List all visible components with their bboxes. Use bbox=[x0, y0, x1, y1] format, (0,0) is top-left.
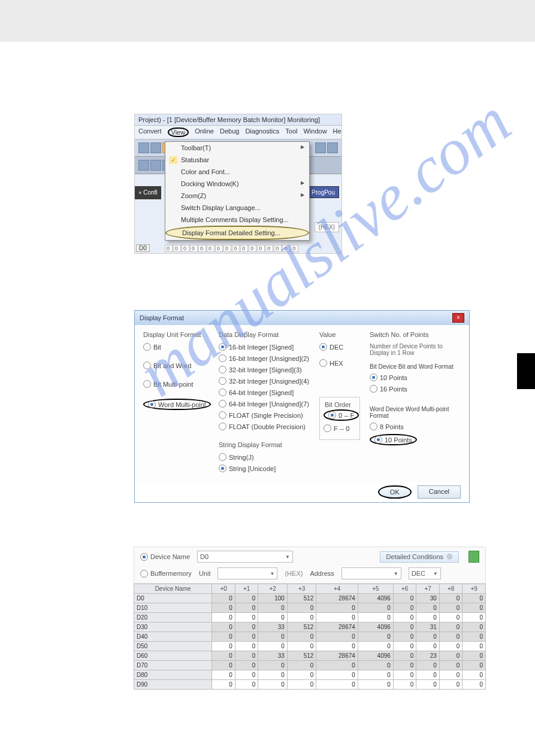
radio-option[interactable]: F -- 0 bbox=[324, 424, 356, 432]
radio-option[interactable]: 32-bit Integer [Signed](3) bbox=[219, 366, 310, 374]
device-name-dropdown[interactable]: D0▼ bbox=[197, 551, 293, 563]
radio-option[interactable]: 64-bit Integer [Signed] bbox=[219, 388, 310, 396]
toolbar-icon[interactable] bbox=[315, 142, 326, 153]
cell: 0 bbox=[358, 603, 393, 613]
radio-option[interactable]: String(J) bbox=[219, 453, 310, 461]
menu-online[interactable]: Online bbox=[195, 127, 214, 137]
table-header: +9 bbox=[463, 584, 486, 594]
cell: 512 bbox=[287, 594, 316, 603]
unit-dropdown[interactable]: ▼ bbox=[217, 567, 277, 579]
row-name: D50 bbox=[134, 642, 212, 651]
table-header: +2 bbox=[258, 584, 287, 594]
cell: 512 bbox=[287, 651, 316, 661]
cell: 0 bbox=[416, 661, 440, 670]
table-row: D700000000000 bbox=[134, 661, 486, 670]
green-indicator-icon bbox=[468, 551, 479, 563]
radio-option[interactable]: 16-bit Integer [Signed] bbox=[219, 343, 310, 351]
radio-option[interactable]: 32-bit Integer [Unsigned](4) bbox=[219, 377, 310, 385]
radio-option[interactable]: 10 Points bbox=[374, 436, 412, 444]
cell: 0 bbox=[316, 680, 358, 690]
cell: 0 bbox=[416, 680, 440, 690]
sidebar-config-tab[interactable]: × Confi bbox=[135, 186, 161, 199]
radio-buffer-memory[interactable]: Buffermemory bbox=[140, 570, 192, 578]
cell: 0 bbox=[235, 623, 258, 632]
toolbar-icon[interactable] bbox=[138, 142, 149, 153]
menu-debug[interactable]: Debug bbox=[220, 127, 239, 137]
menu-convert[interactable]: Convert bbox=[138, 127, 162, 137]
toolbar-icon[interactable] bbox=[150, 142, 161, 153]
radio-option[interactable]: 64-bit Integer [Unsigned](7) bbox=[219, 400, 310, 408]
cell: 0 bbox=[212, 632, 235, 642]
bit-cell: 0 bbox=[198, 245, 206, 252]
cell: 0 bbox=[235, 613, 258, 623]
fieldset-bit-order: Bit Order 0 -- FF -- 0 bbox=[319, 397, 360, 440]
menu-item-toolbar[interactable]: Toolbar(T) bbox=[165, 142, 309, 154]
address-dropdown[interactable]: ▼ bbox=[341, 567, 401, 579]
cell: 0 bbox=[287, 603, 316, 613]
menu-item-statusbar[interactable]: Statusbar bbox=[165, 154, 309, 166]
bit-cell: 0 bbox=[232, 245, 240, 252]
menu-window[interactable]: Window bbox=[303, 127, 327, 137]
menu-item-lang[interactable]: Switch Display Language... bbox=[165, 202, 309, 214]
cell: 0 bbox=[393, 603, 416, 613]
ok-button[interactable]: OK bbox=[378, 485, 412, 499]
radio-option[interactable]: 8 Points bbox=[370, 423, 461, 430]
cell: 0 bbox=[212, 651, 235, 661]
menu-item-docking[interactable]: Docking Window(K) bbox=[165, 178, 309, 190]
radio-option[interactable]: Bit and Word bbox=[143, 362, 209, 369]
cell: 0 bbox=[316, 632, 358, 642]
menu-item-zoom[interactable]: Zoom(Z) bbox=[165, 190, 309, 202]
table-header: +1 bbox=[235, 584, 258, 594]
menu-tool[interactable]: Tool bbox=[285, 127, 297, 137]
radio-option[interactable]: Bit Multi-point bbox=[143, 380, 209, 388]
bit-cell: 0 bbox=[207, 245, 214, 252]
toolbar-icon[interactable] bbox=[138, 160, 149, 171]
cell: 0 bbox=[235, 661, 258, 670]
bit-cell: 0 bbox=[240, 245, 248, 252]
cell: 31 bbox=[416, 623, 440, 632]
close-button[interactable]: × bbox=[452, 313, 464, 323]
toolbar-icon[interactable] bbox=[327, 142, 338, 153]
cell: 0 bbox=[439, 680, 463, 690]
radio-option[interactable]: 10 Points bbox=[370, 374, 461, 381]
radio-option[interactable]: Bit bbox=[143, 343, 209, 351]
menu-view[interactable]: View bbox=[168, 127, 189, 137]
radio-option[interactable]: DEC bbox=[319, 343, 360, 351]
dec-dropdown[interactable]: DEC▼ bbox=[409, 567, 441, 579]
cell: 0 bbox=[463, 670, 486, 680]
cell: 0 bbox=[316, 670, 358, 680]
cell: 28674 bbox=[316, 651, 358, 661]
bit-cell: 0 bbox=[265, 245, 273, 252]
menu-diagnostics[interactable]: Diagnostics bbox=[245, 127, 279, 137]
table-header: +0 bbox=[212, 584, 235, 594]
cell: 0 bbox=[439, 603, 463, 613]
menu-help[interactable]: Hel bbox=[333, 127, 342, 137]
radio-option[interactable]: 16-bit Integer [Unsigned](2) bbox=[219, 354, 310, 362]
cell: 0 bbox=[235, 594, 258, 603]
radio-option[interactable]: Word Multi-point bbox=[148, 400, 206, 408]
menu-item-multcom[interactable]: Multiple Comments Display Setting... bbox=[165, 214, 309, 226]
radio-option[interactable]: FLOAT (Single Precision) bbox=[219, 411, 310, 419]
radio-option[interactable]: 16 Points bbox=[370, 385, 461, 393]
menu-item-colorfont[interactable]: Color and Font... bbox=[165, 166, 309, 178]
radio-option[interactable]: 0 -- F bbox=[328, 411, 354, 419]
detailed-conditions-button[interactable]: Detailed Conditionsⓥ bbox=[380, 551, 459, 563]
cell: 0 bbox=[463, 613, 486, 623]
cell: 0 bbox=[258, 603, 287, 613]
cell: 0 bbox=[358, 670, 393, 680]
table-row: D500000000000 bbox=[134, 642, 486, 651]
table-header: +3 bbox=[287, 584, 316, 594]
radio-device-name[interactable]: Device Name bbox=[140, 553, 190, 561]
cell: 0 bbox=[316, 661, 358, 670]
unit-label: Unit bbox=[199, 570, 211, 577]
cancel-button[interactable]: Cancel bbox=[418, 485, 461, 499]
toolbar-icon[interactable] bbox=[150, 160, 161, 171]
radio-option[interactable]: String [Unicode] bbox=[219, 464, 310, 472]
bit-cell: 0 bbox=[274, 245, 282, 252]
radio-option[interactable]: FLOAT (Double Precision) bbox=[219, 423, 310, 430]
menu-item-dfds[interactable]: Display Format Detailed Setting... bbox=[165, 226, 309, 240]
radio-option[interactable]: HEX bbox=[319, 359, 360, 367]
bit-cell: 0 bbox=[215, 245, 223, 252]
cell: 0 bbox=[358, 613, 393, 623]
cell: 0 bbox=[439, 632, 463, 642]
